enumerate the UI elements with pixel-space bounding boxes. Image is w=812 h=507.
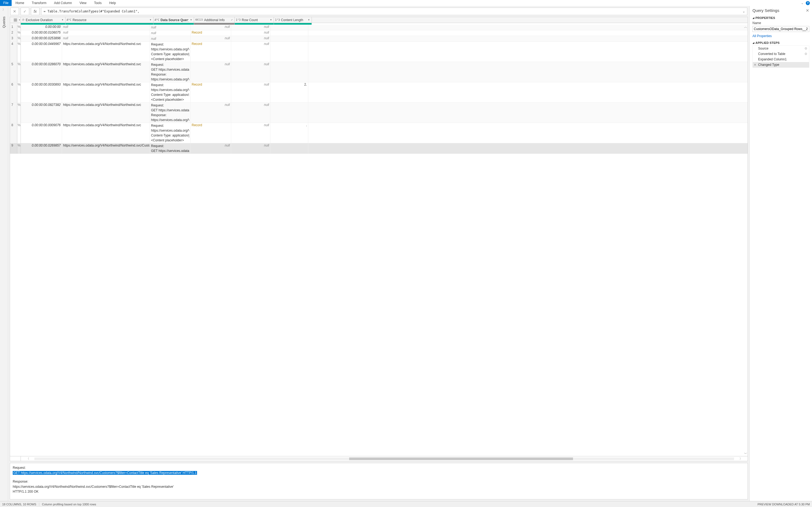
cell[interactable]: null: [150, 30, 191, 36]
cell[interactable]: [270, 30, 308, 36]
delete-step-icon[interactable]: ✕: [754, 63, 756, 67]
cell[interactable]: Record: [191, 42, 231, 62]
cell[interactable]: 0.00:00:00.0253896: [21, 36, 62, 42]
cell[interactable]: null: [150, 36, 191, 42]
filter-icon[interactable]: ▼: [269, 19, 272, 21]
cell[interactable]: null: [231, 25, 270, 30]
row-number[interactable]: 2: [10, 30, 17, 36]
cell[interactable]: 0.00:00:00.0106075: [21, 30, 62, 36]
cell[interactable]: https://services.odata.org/V4/Northwind/…: [62, 103, 150, 123]
table-icon-cell[interactable]: ▾: [10, 17, 21, 23]
cell[interactable]: 0.00:00:00.0269857: [21, 143, 62, 154]
scroll-thumb[interactable]: [349, 457, 573, 460]
cell[interactable]: Request:GET https://services.odata.org/V…: [150, 103, 191, 123]
table-row[interactable]: 7%0.00:00:00.0827382https://services.oda…: [10, 103, 748, 123]
table-row[interactable]: 5%0.00:00:00.0286070https://services.oda…: [10, 62, 748, 82]
filter-icon[interactable]: ▼: [61, 19, 64, 21]
cell[interactable]: null: [150, 25, 191, 30]
cell[interactable]: null: [231, 143, 270, 154]
menu-add-column[interactable]: Add Column: [50, 0, 76, 6]
menu-transform[interactable]: Transform: [28, 0, 50, 6]
status-profiling[interactable]: Column profiling based on top 1000 rows: [42, 503, 96, 506]
queries-label[interactable]: Queries: [2, 16, 6, 28]
applied-step[interactable]: Converted to Table⚙: [753, 51, 809, 57]
cell[interactable]: Request:https://services.odata.org/V4/NC…: [150, 82, 191, 102]
cell[interactable]: null: [231, 82, 270, 102]
cell[interactable]: Record: [191, 30, 231, 36]
col-resource[interactable]: AᴮCResource▼: [65, 17, 153, 23]
row-number[interactable]: 7: [10, 103, 17, 123]
cell[interactable]: null: [62, 30, 150, 36]
cell[interactable]: null: [231, 42, 270, 62]
cell[interactable]: [270, 42, 308, 62]
collapse-icon[interactable]: ◢: [752, 16, 754, 19]
cell[interactable]: null: [191, 103, 231, 123]
table-row[interactable]: 8%0.00:00:00.0009076https://services.oda…: [10, 123, 748, 143]
cell[interactable]: null: [62, 36, 150, 42]
cell[interactable]: https://services.odata.org/V4/Northwind/…: [62, 62, 150, 82]
cell[interactable]: 0.00:00:00.0030893: [21, 82, 62, 102]
cell[interactable]: 0.00:00:00.0009076: [21, 123, 62, 143]
row-number[interactable]: 3: [10, 36, 17, 42]
filter-icon[interactable]: ▼: [307, 19, 310, 21]
scroll-up-icon[interactable]: ︿: [744, 25, 747, 29]
col-row-count[interactable]: 1²3Row Count▼: [235, 17, 274, 23]
cell[interactable]: null: [231, 62, 270, 82]
formula-expand-icon[interactable]: ⌄: [741, 9, 747, 13]
filter-icon[interactable]: ▼: [149, 19, 152, 21]
cell[interactable]: [270, 36, 308, 42]
cell[interactable]: https://services.odata.org/V4/Northwind/…: [62, 143, 150, 154]
all-properties-link[interactable]: All Properties: [752, 34, 809, 38]
cell[interactable]: null: [62, 25, 150, 30]
menu-view[interactable]: View: [76, 0, 90, 6]
scroll-down-icon[interactable]: ﹀: [744, 451, 747, 456]
applied-step[interactable]: Expanded Column1: [753, 57, 809, 62]
table-row[interactable]: 3%0.00:00:00.0253896nullnullnullnull: [10, 36, 748, 42]
close-icon[interactable]: ✕: [806, 8, 809, 13]
filter-icon[interactable]: ▼: [189, 19, 193, 21]
cell[interactable]: null: [191, 62, 231, 82]
col-exclusive-duration[interactable]: ⏱Exclusive Duration▼: [21, 17, 65, 23]
cell[interactable]: null: [191, 25, 231, 30]
vertical-scrollbar[interactable]: ︿﹀: [744, 25, 748, 456]
col-additional-info[interactable]: ABC123Additional Info⤢: [194, 17, 235, 23]
cell[interactable]: https://services.odata.org/V4/Northwind/…: [62, 82, 150, 102]
cell[interactable]: null: [231, 36, 270, 42]
table-row[interactable]: 6%0.00:00:00.0030893https://services.oda…: [10, 82, 748, 103]
cell[interactable]: https://services.odata.org/V4/Northwind/…: [62, 123, 150, 143]
horizontal-scrollbar[interactable]: 〈 〉: [10, 456, 748, 461]
menu-home[interactable]: Home: [12, 0, 28, 6]
cell[interactable]: [270, 25, 308, 30]
expand-queries-icon[interactable]: 〉: [2, 8, 5, 12]
chevron-down-icon[interactable]: ⌄: [801, 1, 804, 5]
scroll-right-icon[interactable]: 〉: [734, 457, 748, 461]
cell[interactable]: Request:GET https://services.odata.org/V…: [150, 62, 191, 82]
menu-tools[interactable]: Tools: [90, 0, 105, 6]
col-content-length[interactable]: 1²3Content Length▼: [274, 17, 312, 23]
cell[interactable]: https://services.odata.org/V4/Northwind/…: [62, 42, 150, 62]
gear-icon[interactable]: ⚙: [804, 47, 807, 50]
cell[interactable]: Record: [191, 123, 231, 143]
table-row[interactable]: 9%0.00:00:00.0269857https://services.oda…: [10, 143, 748, 154]
cell[interactable]: 0.00:00:00: [21, 25, 62, 30]
table-row[interactable]: 2%0.00:00:00.0106075nullnullRecordnull: [10, 30, 748, 36]
cancel-formula-button[interactable]: ✕: [10, 8, 19, 15]
applied-step[interactable]: ✕Changed Type: [753, 62, 809, 67]
cell[interactable]: 0.00:00:00.0827382: [21, 103, 62, 123]
cell[interactable]: 2.: [270, 82, 308, 102]
table-row[interactable]: 4%0.00:00:00.0449967https://services.oda…: [10, 42, 748, 62]
menu-help[interactable]: Help: [105, 0, 120, 6]
cell[interactable]: 0.00:00:00.0286070: [21, 62, 62, 82]
cell[interactable]: [270, 103, 308, 123]
cell[interactable]: .: [270, 123, 308, 143]
cell[interactable]: 0.00:00:00.0449967: [21, 42, 62, 62]
cell[interactable]: Record: [191, 82, 231, 102]
row-number[interactable]: 4: [10, 42, 17, 62]
cell[interactable]: Request:GET https://services.odata.org/V: [150, 143, 191, 154]
scroll-left-icon[interactable]: 〈: [21, 457, 35, 461]
cell[interactable]: null: [231, 123, 270, 143]
cell[interactable]: [270, 143, 308, 154]
gear-icon[interactable]: ⚙: [804, 52, 807, 56]
cell[interactable]: Request:https://services.odata.org/V4/NC…: [150, 42, 191, 62]
menu-file[interactable]: File: [0, 0, 12, 6]
